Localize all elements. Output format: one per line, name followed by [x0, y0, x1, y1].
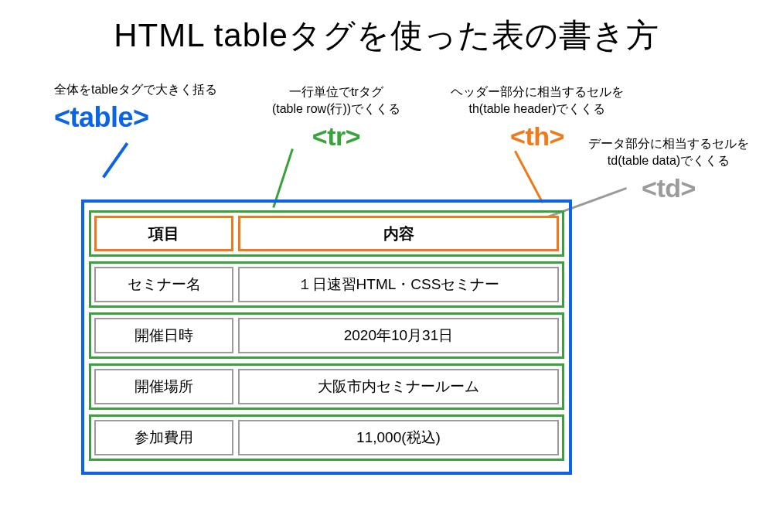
tag-td-label: <td>: [580, 173, 758, 203]
page-title: HTML tableタグを使った表の書き方: [0, 0, 773, 57]
td-value: 2020年10月31日: [238, 318, 559, 353]
table-row: 開催日時 2020年10月31日: [89, 312, 564, 359]
tag-table-label: <table>: [54, 101, 255, 134]
table-row: セミナー名 １日速習HTML・CSSセミナー: [89, 261, 564, 308]
annotation-th-text1: ヘッダー部分に相当するセルを: [429, 84, 645, 101]
annotation-th-text2: th(table header)でくくる: [429, 101, 645, 118]
annotation-td-text1: データ部分に相当するセルを: [580, 135, 758, 152]
th-col1: 項目: [94, 216, 233, 251]
connector-table: [102, 142, 128, 179]
annotation-table-text: 全体をtableタグで大きく括る: [54, 81, 255, 98]
td-label: 開催日時: [94, 318, 233, 353]
table-row: 開催場所 大阪市内セミナールーム: [89, 363, 564, 410]
annotation-td: データ部分に相当するセルを td(table data)でくくる <td>: [580, 135, 758, 203]
connector-th: [514, 151, 543, 204]
table-outline: 項目 内容 セミナー名 １日速習HTML・CSSセミナー 開催日時 2020年1…: [81, 200, 572, 475]
annotation-td-text2: td(table data)でくくる: [580, 152, 758, 169]
td-label: セミナー名: [94, 267, 233, 302]
th-col2: 内容: [238, 216, 559, 251]
annotation-table: 全体をtableタグで大きく括る <table>: [54, 81, 255, 134]
td-label: 参加費用: [94, 420, 233, 455]
table-header-row: 項目 内容: [89, 210, 564, 257]
annotation-tr-text1: 一行単位でtrタグ: [247, 84, 425, 101]
td-value: 大阪市内セミナールーム: [238, 369, 559, 404]
td-value: 11,000(税込): [238, 420, 559, 455]
annotation-tr: 一行単位でtrタグ (table row(行))でくくる <tr>: [247, 84, 425, 152]
td-label: 開催場所: [94, 369, 233, 404]
td-value: １日速習HTML・CSSセミナー: [238, 267, 559, 302]
table-row: 参加費用 11,000(税込): [89, 414, 564, 461]
tag-tr-label: <tr>: [247, 121, 425, 152]
annotation-tr-text2: (table row(行))でくくる: [247, 101, 425, 118]
